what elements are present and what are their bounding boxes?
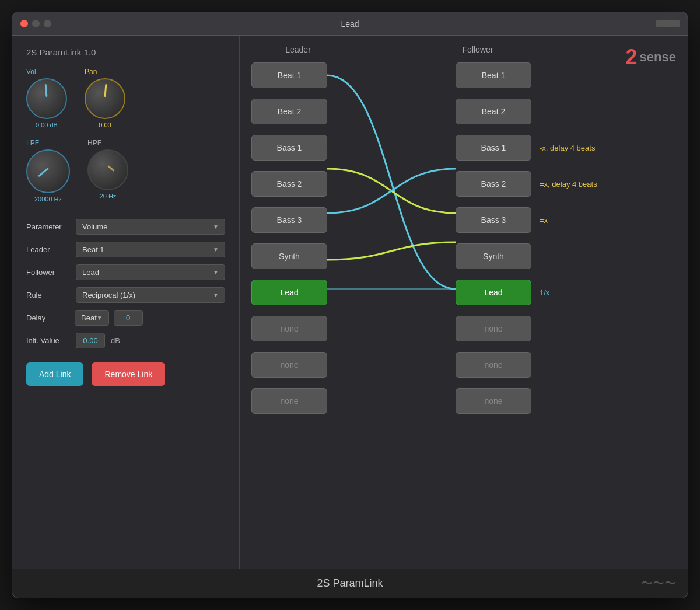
vol-knob[interactable] [26,78,67,119]
follower-btn-9[interactable]: none [456,388,531,414]
plugin-row-2: Bass 1 Bass 1 -x, delay 4 beats [251,133,676,163]
waveform-icon: 〜〜〜 [641,576,676,591]
columns-header: Leader Follower [251,45,676,54]
leader-btn-0[interactable]: Beat 1 [251,62,327,88]
hpf-knob[interactable] [88,149,128,190]
lpf-knob[interactable] [26,149,70,193]
leader-btn-8[interactable]: none [251,352,327,378]
init-unit: dB [111,336,120,345]
leader-select[interactable]: Beat 1 ▼ [76,242,225,257]
follower-header: Follower [437,45,519,54]
parameter-label: Parameter [26,222,70,231]
vol-label: Vol. [26,68,38,76]
main-content: 2S ParamLink 1.0 Vol. 0.00 dB Pan 0.00 [12,36,688,569]
follower-btn-2[interactable]: Bass 1 [456,135,531,161]
window-title: Lead [341,19,359,29]
parameter-row: Parameter Volume ▼ [26,219,225,235]
pan-knob[interactable] [85,78,125,119]
window-right-btn[interactable] [656,20,680,27]
rule-label-2: -x, delay 4 beats [540,144,595,152]
traffic-lights [20,20,51,27]
init-value[interactable]: 0.00 [76,333,105,348]
follower-btn-4[interactable]: Bass 3 [456,207,531,233]
rule-arrow: ▼ [213,292,219,298]
init-label: Init. Value [26,336,70,345]
follower-btn-6[interactable]: Lead [456,280,531,305]
lpf-label: LPF [26,139,39,147]
follower-btn-0[interactable]: Beat 1 [456,62,531,88]
minimize-button[interactable] [32,20,40,27]
plugin-row-1: Beat 2 Beat 2 [251,96,676,127]
init-row: Init. Value 0.00 dB [26,333,225,348]
lpf-indicator [38,168,49,177]
pan-label: Pan [85,68,97,76]
vol-knob-group: Vol. 0.00 dB [26,68,67,128]
bottom-bar: 2S ParamLink 〜〜〜 [12,569,688,598]
plugin-row-7: none none [251,313,676,344]
plugin-row-9: none none [251,386,676,416]
knobs-row-1: Vol. 0.00 dB Pan 0.00 [26,68,225,128]
lpf-knob-group: LPF 20000 Hz [26,139,70,203]
leader-btn-2[interactable]: Bass 1 [251,135,327,161]
left-panel: 2S ParamLink 1.0 Vol. 0.00 dB Pan 0.00 [12,36,240,569]
follower-btn-8[interactable]: none [456,352,531,378]
parameter-arrow: ▼ [213,224,219,230]
leader-value: Beat 1 [82,245,104,254]
delay-arrow: ▼ [97,315,103,321]
follower-btn-3[interactable]: Bass 2 [456,171,531,197]
leader-btn-1[interactable]: Beat 2 [251,99,327,124]
parameter-value: Volume [82,222,107,231]
follower-btn-5[interactable]: Synth [456,243,531,269]
hpf-indicator [107,165,115,172]
hpf-label: HPF [88,139,102,147]
delay-row: Delay Beat ▼ 0 [26,310,225,326]
leader-btn-4[interactable]: Bass 3 [251,207,327,233]
plugin-row-4: Bass 3 Bass 3 =x [251,205,676,235]
follower-select[interactable]: Lead ▼ [76,264,225,280]
rule-label-6: 1/x [540,288,550,297]
rule-label-4: =x [540,216,548,225]
pan-indicator [104,84,107,97]
hpf-knob-group: HPF 20 Hz [88,139,128,203]
leader-btn-7[interactable]: none [251,316,327,341]
follower-row: Follower Lead ▼ [26,264,225,280]
bottom-title: 2S ParamLink [317,577,383,590]
follower-label: Follower [26,268,70,277]
delay-type-select[interactable]: Beat ▼ [75,310,109,326]
follower-value: Lead [82,268,99,277]
delay-label: Delay [26,313,70,322]
delay-value[interactable]: 0 [114,310,143,326]
app-version: 2S ParamLink 1.0 [26,47,225,57]
delay-type: Beat [81,313,97,322]
leader-btn-9[interactable]: none [251,388,327,414]
right-panel: 2sense Leader Follower [240,36,688,569]
rule-row: Rule Reciprocal (1/x) ▼ [26,287,225,303]
plugin-row-3: Bass 2 Bass 2 =x, delay 4 beats [251,169,676,199]
hpf-value: 20 Hz [100,193,117,200]
knobs-row-2: LPF 20000 Hz HPF 20 Hz [26,139,225,203]
vol-indicator [45,84,48,97]
maximize-button[interactable] [44,20,51,27]
leader-arrow: ▼ [213,246,219,253]
plugin-row-6: Lead Lead 1/x [251,277,676,308]
remove-link-button[interactable]: Remove Link [92,362,165,386]
leader-btn-3[interactable]: Bass 2 [251,171,327,197]
form-section: Parameter Volume ▼ Leader Beat 1 ▼ Follo… [26,219,225,348]
pan-value: 0.00 [99,121,111,128]
rule-value: Reciprocal (1/x) [82,291,135,299]
rule-label: Rule [26,291,70,299]
parameter-select[interactable]: Volume ▼ [76,219,225,235]
buttons-row: Add Link Remove Link [26,362,225,386]
plugin-row-5: Synth Synth [251,241,676,271]
follower-btn-1[interactable]: Beat 2 [456,99,531,124]
pan-knob-group: Pan 0.00 [85,68,125,128]
lpf-value: 20000 Hz [34,196,62,203]
leader-btn-6[interactable]: Lead [251,280,327,305]
rule-select[interactable]: Reciprocal (1/x) ▼ [76,287,225,303]
leader-btn-5[interactable]: Synth [251,243,327,269]
follower-btn-7[interactable]: none [456,316,531,341]
add-link-button[interactable]: Add Link [26,362,83,386]
close-button[interactable] [20,20,28,27]
follower-arrow: ▼ [213,269,219,276]
plugin-row-8: none none [251,350,676,380]
